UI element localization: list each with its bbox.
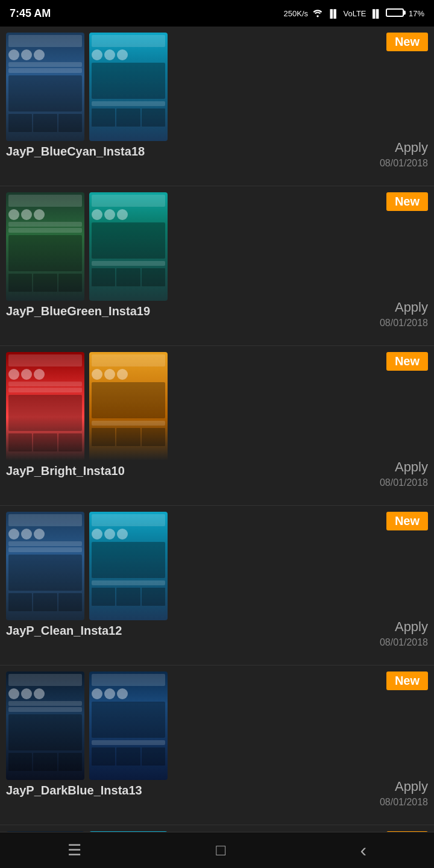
menu-icon: ☰ — [68, 841, 81, 860]
apply-button[interactable]: Apply — [395, 619, 428, 635]
battery-icon — [386, 8, 405, 19]
theme-date: 08/01/2018 — [380, 158, 428, 169]
new-badge: New — [386, 33, 428, 51]
speed-indicator: 250K/s — [284, 9, 308, 18]
preview-screenshot-right — [89, 192, 168, 301]
theme-previews — [6, 671, 428, 780]
status-icons: 250K/s ▐▌ VoLTE ▐▌ 17% — [284, 8, 424, 19]
back-button[interactable]: ‹ — [360, 839, 367, 861]
theme-date: 08/01/2018 — [380, 637, 428, 648]
theme-previews — [6, 33, 428, 141]
preview-screenshot-left — [6, 192, 84, 301]
theme-date: 08/01/2018 — [380, 797, 428, 808]
preview-screenshot-right — [89, 512, 168, 620]
home-button[interactable]: □ — [216, 841, 225, 860]
battery-label: 17% — [409, 9, 424, 18]
signal-icon: ▐▌ — [327, 9, 339, 18]
bottom-nav: ☰ □ ‹ — [0, 832, 434, 868]
theme-previews — [6, 352, 428, 461]
preview-screenshot-right — [89, 33, 168, 141]
menu-button[interactable]: ☰ — [68, 841, 81, 860]
home-icon: □ — [216, 841, 225, 860]
signal-icon-2: ▐▌ — [370, 9, 382, 18]
preview-screenshot-left — [6, 33, 84, 141]
new-badge: New — [386, 671, 428, 690]
theme-item: JayP_Bright_Insta10NewApply08/01/2018 — [0, 346, 434, 506]
theme-name: JayP_Bright_Insta10 — [6, 464, 428, 478]
status-bar: 7:45 AM 250K/s ▐▌ VoLTE ▐▌ 17% — [0, 0, 434, 27]
theme-item: JayP_Clean_Insta12NewApply08/01/2018 — [0, 506, 434, 665]
theme-previews — [6, 512, 428, 620]
theme-name: JayP_Clean_Insta12 — [6, 624, 428, 638]
theme-date: 08/01/2018 — [380, 318, 428, 329]
theme-name: JayP_DarkBlue_Insta13 — [6, 784, 428, 797]
theme-item: JayP_BlueCyan_Insta18NewApply08/01/2018 — [0, 27, 434, 186]
theme-item: JayP_BlueGreen_Insta19NewApply08/01/2018 — [0, 186, 434, 346]
apply-button[interactable]: Apply — [395, 300, 428, 315]
wifi-icon — [312, 8, 324, 19]
theme-name: JayP_BlueCyan_Insta18 — [6, 145, 428, 159]
preview-screenshot-right — [89, 352, 168, 461]
apply-button[interactable]: Apply — [395, 779, 428, 794]
preview-screenshot-left — [6, 352, 84, 461]
preview-screenshot-left — [6, 671, 84, 780]
theme-previews — [6, 192, 428, 301]
new-badge: New — [386, 192, 428, 211]
theme-item: JayP_DarkBlue_Insta13NewApply08/01/2018 — [0, 665, 434, 825]
svg-point-0 — [316, 15, 318, 17]
apply-button[interactable]: Apply — [395, 459, 428, 475]
new-badge: New — [386, 352, 428, 371]
new-badge: New — [386, 512, 428, 530]
theme-name: JayP_BlueGreen_Insta19 — [6, 304, 428, 318]
preview-screenshot-right — [89, 671, 168, 780]
back-icon: ‹ — [360, 839, 367, 861]
theme-date: 08/01/2018 — [380, 477, 428, 488]
preview-screenshot-left — [6, 512, 84, 620]
status-time: 7:45 AM — [10, 7, 51, 20]
apply-button[interactable]: Apply — [395, 140, 428, 156]
network-label: VoLTE — [343, 9, 366, 18]
theme-list: JayP_BlueCyan_Insta18NewApply08/01/2018 … — [0, 27, 434, 868]
